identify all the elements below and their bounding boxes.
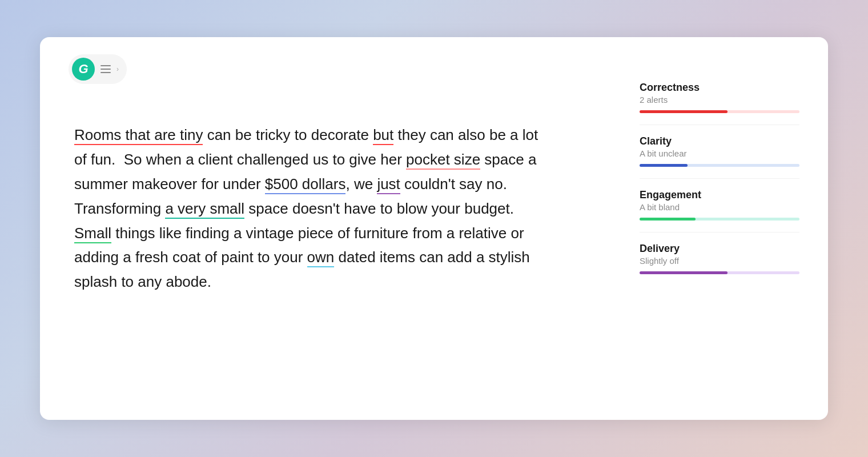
correctness-progress-bar [640, 110, 799, 113]
delivery-progress-fill [640, 271, 728, 274]
toolbar: G › [69, 54, 127, 84]
highlight-500-dollars: $500 dollars [265, 175, 346, 194]
metric-engagement: Engagement A bit bland [640, 179, 799, 232]
menu-icon[interactable] [101, 65, 111, 73]
highlight-just: just [377, 175, 400, 194]
grammarly-logo-icon: G [72, 58, 95, 81]
metric-delivery: Delivery Slightly off [640, 232, 799, 286]
metrics-sidebar: Correctness 2 alerts Clarity A bit uncle… [640, 60, 799, 397]
engagement-progress-fill [640, 218, 696, 221]
highlight-own: own [307, 248, 335, 267]
metric-correctness: Correctness 2 alerts [640, 71, 799, 125]
clarity-subtitle: A bit unclear [640, 149, 799, 158]
correctness-subtitle: 2 alerts [640, 95, 799, 105]
highlight-but: but [373, 126, 393, 145]
clarity-progress-bar [640, 164, 799, 167]
metric-clarity: Clarity A bit unclear [640, 125, 799, 179]
correctness-title: Correctness [640, 82, 799, 94]
highlight-rooms-tiny: Rooms that are tiny [74, 126, 203, 145]
highlight-small: Small [74, 225, 111, 243]
clarity-progress-fill [640, 164, 688, 167]
chevron-right-icon: › [116, 65, 119, 73]
engagement-subtitle: A bit bland [640, 202, 799, 212]
correctness-progress-fill [640, 110, 728, 113]
engagement-title: Engagement [640, 189, 799, 201]
document-text: Rooms that are tiny can be tricky to dec… [74, 123, 542, 294]
delivery-subtitle: Slightly off [640, 256, 799, 266]
clarity-title: Clarity [640, 135, 799, 147]
engagement-progress-bar [640, 218, 799, 221]
delivery-progress-bar [640, 271, 799, 274]
highlight-very-small: a very small [165, 200, 244, 219]
main-card: G › Rooms that are tiny can be tricky to… [40, 37, 828, 420]
highlight-pocket-size: pocket size [406, 151, 480, 170]
delivery-title: Delivery [640, 243, 799, 255]
main-content-area: Rooms that are tiny can be tricky to dec… [74, 60, 640, 397]
